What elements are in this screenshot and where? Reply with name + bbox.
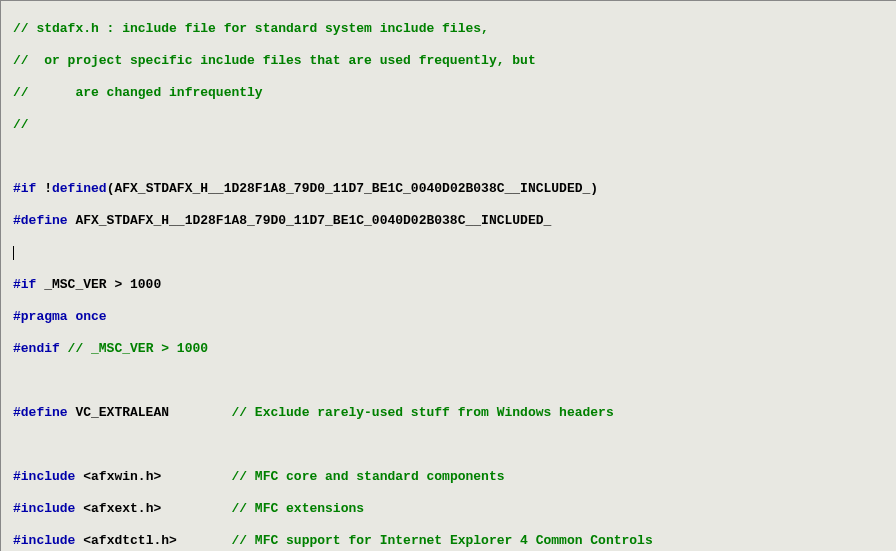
comment-text: // MFC core and standard components	[231, 469, 504, 484]
preproc-token: #define	[13, 405, 68, 420]
preproc-token: #pragma once	[13, 309, 107, 324]
preproc-token: #if	[13, 181, 36, 196]
code-line: #pragma once	[13, 309, 896, 325]
code-text: <afxwin.h>	[75, 469, 231, 484]
code-text: <afxext.h>	[75, 501, 231, 516]
code-line	[13, 245, 896, 261]
text-cursor	[13, 246, 14, 260]
preproc-token: #include	[13, 469, 75, 484]
comment-text: // _MSC_VER > 1000	[60, 341, 208, 356]
code-line: #include <afxwin.h> // MFC core and stan…	[13, 469, 896, 485]
code-line: #include <afxdtctl.h> // MFC support for…	[13, 533, 896, 549]
code-text: !	[36, 181, 52, 196]
preproc-token: #include	[13, 533, 75, 548]
code-line: // or project specific include files tha…	[13, 53, 896, 69]
blank-line	[13, 373, 896, 389]
preproc-token: #define	[13, 213, 68, 228]
code-text: VC_EXTRALEAN	[68, 405, 232, 420]
comment-text: // are changed infrequently	[13, 85, 263, 100]
code-text: AFX_STDAFX_H__1D28F1A8_79D0_11D7_BE1C_00…	[68, 213, 552, 228]
code-line: #define AFX_STDAFX_H__1D28F1A8_79D0_11D7…	[13, 213, 896, 229]
blank-line	[13, 437, 896, 453]
code-text: (AFX_STDAFX_H__1D28F1A8_79D0_11D7_BE1C_0…	[107, 181, 598, 196]
comment-text: // or project specific include files tha…	[13, 53, 536, 68]
code-line: #if _MSC_VER > 1000	[13, 277, 896, 293]
preproc-token: #if	[13, 277, 36, 292]
code-line: // are changed infrequently	[13, 85, 896, 101]
preproc-token: #include	[13, 501, 75, 516]
keyword-token: defined	[52, 181, 107, 196]
code-text: <afxdtctl.h>	[75, 533, 231, 548]
comment-text: // MFC extensions	[231, 501, 364, 516]
comment-text: // MFC support for Internet Explorer 4 C…	[231, 533, 652, 548]
code-line: #if !defined(AFX_STDAFX_H__1D28F1A8_79D0…	[13, 181, 896, 197]
code-line: // stdafx.h : include file for standard …	[13, 21, 896, 37]
comment-text: // Exclude rarely-used stuff from Window…	[231, 405, 613, 420]
comment-text: //	[13, 117, 29, 132]
preproc-token: #endif	[13, 341, 60, 356]
code-line: #include <afxext.h> // MFC extensions	[13, 501, 896, 517]
code-editor[interactable]: // stdafx.h : include file for standard …	[1, 1, 896, 551]
code-line: //	[13, 117, 896, 133]
code-line: #define VC_EXTRALEAN // Exclude rarely-u…	[13, 405, 896, 421]
code-line: #endif // _MSC_VER > 1000	[13, 341, 896, 357]
code-text: _MSC_VER > 1000	[36, 277, 161, 292]
comment-text: // stdafx.h : include file for standard …	[13, 21, 489, 36]
blank-line	[13, 149, 896, 165]
